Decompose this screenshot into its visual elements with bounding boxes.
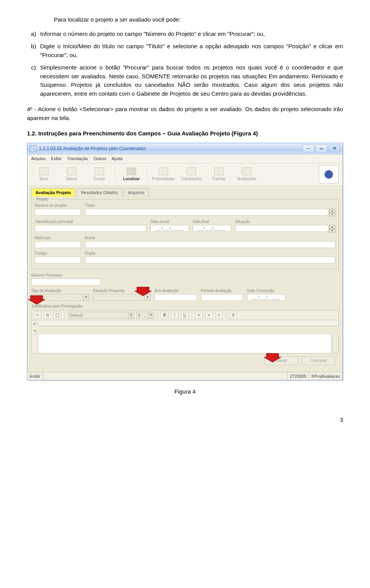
paste-icon[interactable]: 📋 <box>54 312 61 319</box>
bullets-button[interactable]: ☰ <box>229 312 237 319</box>
menubar: Arquivo Exibir Tramitação Outros Ajuda <box>27 154 343 164</box>
status-form: frProjAvaliacao <box>309 372 343 380</box>
copy-icon[interactable]: ⧉ <box>44 312 51 319</box>
send-icon <box>214 167 224 175</box>
align-left-button[interactable]: ≡ <box>195 312 203 319</box>
list-marker-a: a) <box>27 30 40 39</box>
input-data-conclusao[interactable]: __/__/____ <box>247 294 286 301</box>
scrollbar[interactable] <box>332 335 339 353</box>
close-button[interactable]: × <box>329 145 340 152</box>
label-data-inicial: Data inicial <box>150 219 189 225</box>
statusbar: Exibir 2720005 frProjAvaliacao <box>27 372 343 380</box>
list-item-c: c) Simplesmente acione o botão "Procurar… <box>27 63 343 98</box>
eval-icon <box>242 167 251 175</box>
chevron-down-icon: ▼ <box>83 294 89 301</box>
input-numero-processo[interactable] <box>31 279 101 286</box>
menu-outros[interactable]: Outros <box>93 155 106 162</box>
input-numero-projeto[interactable] <box>35 209 81 216</box>
input-titulo[interactable] <box>85 209 328 216</box>
input-classificacao[interactable] <box>35 225 146 232</box>
label-titulo: Título <box>85 203 335 208</box>
label-justificativa: Justificativa para Prorrogação <box>31 303 339 309</box>
maximize-button[interactable]: ▭ <box>316 145 327 152</box>
bold-button[interactable]: B <box>161 312 168 319</box>
list-marker-c: c) <box>27 63 40 98</box>
align-right-button[interactable]: ≡ <box>215 312 223 319</box>
properties-icon <box>159 167 168 175</box>
redo-icon[interactable]: ↷ <box>33 328 36 334</box>
italic-button[interactable]: I <box>171 312 178 319</box>
menu-arquivo[interactable]: Arquivo <box>31 155 45 162</box>
input-matricula[interactable] <box>35 241 81 248</box>
menu-ajuda[interactable]: Ajuda <box>111 155 122 162</box>
input-data-inicial[interactable]: __/__/____ <box>150 225 189 232</box>
align-center-button[interactable]: ≡ <box>205 312 213 319</box>
input-periodo-avaliacao[interactable] <box>201 294 243 301</box>
page-number: 3 <box>27 416 343 424</box>
file-icon <box>39 167 49 175</box>
input-situacao[interactable] <box>235 225 328 232</box>
tool-novo[interactable]: Novo <box>31 167 57 182</box>
minimize-button[interactable]: — <box>303 145 314 152</box>
tab-avaliacao-projeto[interactable]: Avaliação Projeto <box>31 188 75 197</box>
cancel-button[interactable]: Cancelar <box>302 357 335 365</box>
label-tipo-avaliacao: Tipo de Avaliação <box>31 288 89 294</box>
menu-tramitacao[interactable]: Tramitação <box>67 155 88 162</box>
label-periodo-avaliacao: Período Avaliação <box>201 288 243 294</box>
richtext-editor[interactable] <box>38 335 332 353</box>
delete-icon <box>95 167 104 175</box>
group-projeto: Projeto Número do projeto Título ▲▼ Clas… <box>31 199 339 269</box>
toolbar: Novo Alterar Excluir Localizar Proprieda… <box>27 163 343 186</box>
input-nome[interactable] <box>85 241 335 248</box>
situacao-spin[interactable]: ▲▼ <box>329 225 335 233</box>
underline-button[interactable]: U <box>181 312 188 319</box>
truck-icon <box>187 167 196 175</box>
step-4-paragraph: 4º - Acione o botão <Selecionar> para mo… <box>27 105 343 122</box>
tab-resultados-obtidos[interactable]: Resultados Obtidos <box>77 188 122 197</box>
label-numero-projeto: Número do projeto <box>35 203 81 208</box>
institution-logo <box>319 166 339 183</box>
select-font[interactable]: Default▼ <box>68 312 134 319</box>
app-window: 1.2.1.03.02 Avaliação de Projetos pelo C… <box>27 143 343 381</box>
tool-excluir[interactable]: Excluir <box>87 167 112 182</box>
richtext-toolbar: ✂ ⧉ 📋 Default▼ 8▼ B I U ≡ ≡ ≡ ☰ <box>31 310 339 320</box>
ruler <box>38 320 339 326</box>
label-orgao: Órgão <box>85 250 335 256</box>
tool-alterar[interactable]: Alterar <box>59 167 84 182</box>
status-code: 2720005 <box>288 372 309 380</box>
input-codigo[interactable] <box>35 257 81 264</box>
input-ano-avaliacao[interactable] <box>155 294 197 301</box>
tool-avaliacoes[interactable]: Avaliações <box>234 167 259 182</box>
titlebar: 1.2.1.03.02 Avaliação de Projetos pelo C… <box>27 143 343 154</box>
tool-tramitacoes[interactable]: Tramitações <box>178 167 204 182</box>
tool-localizar[interactable]: Localizar <box>119 167 144 182</box>
tool-propriedades[interactable]: Propriedades <box>151 167 176 182</box>
tool-tramitar[interactable]: Tramitar <box>206 167 232 182</box>
label-numero-processo: Número Processo <box>31 272 101 278</box>
edit-icon <box>67 167 76 175</box>
input-data-final[interactable]: __/__/____ <box>193 225 231 232</box>
input-orgao[interactable] <box>85 257 335 264</box>
label-matricula: Matrícula <box>35 235 81 241</box>
list-marker-b: b) <box>27 42 40 59</box>
cut-icon[interactable]: ✂ <box>34 312 41 319</box>
titulo-spin[interactable]: ▲▼ <box>329 209 335 216</box>
tab-arquivos[interactable]: Arquivos <box>124 188 149 197</box>
list-text-c: Simplesmente acione o botão "Procurar" p… <box>40 63 343 98</box>
chevron-down-icon: ▼ <box>148 312 154 318</box>
undo-redo-col: ↶ ↷ <box>31 320 38 335</box>
list-text-b: Digite o Início/Meio do título no campo … <box>40 42 343 59</box>
label-codigo: Código <box>35 250 81 256</box>
select-font-size[interactable]: 8▼ <box>136 312 154 319</box>
form-area: Projeto Número do projeto Título ▲▼ Clas… <box>27 197 343 372</box>
list-item-a: a) Informar o número do projeto no campo… <box>27 30 343 39</box>
rich-gutter <box>31 335 38 353</box>
list-item-b: b) Digite o Início/Meio do título no cam… <box>27 42 343 59</box>
undo-icon[interactable]: ↶ <box>33 321 36 327</box>
label-classificacao: Classificação principal <box>35 219 146 225</box>
menu-exibir[interactable]: Exibir <box>51 155 62 162</box>
label-ano-avaliacao: Ano Avaliação <box>155 288 197 294</box>
group-projeto-title: Projeto <box>35 196 50 202</box>
figure-caption: Figura 4 <box>27 387 343 396</box>
list-text-a: Informar o número do projeto no campo "N… <box>40 30 343 39</box>
